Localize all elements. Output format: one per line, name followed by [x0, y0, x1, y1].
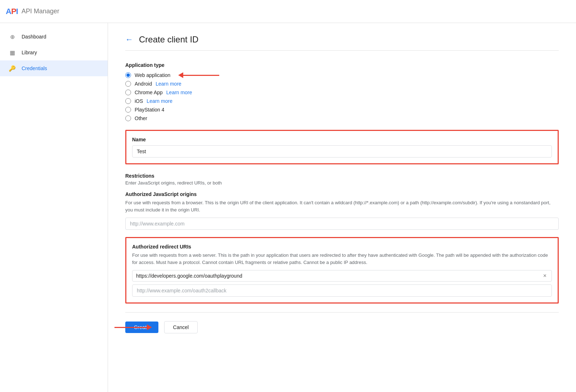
app-name: API Manager — [22, 8, 59, 15]
name-field-label: Name — [132, 137, 552, 142]
arrow-line — [183, 75, 219, 76]
restrictions-section: Restrictions Enter JavaScript origins, r… — [125, 173, 559, 304]
application-type-section: Application type Web application — [125, 62, 559, 121]
js-origins-input[interactable] — [125, 218, 559, 230]
application-type-radio-group: Web application Android Learn more — [125, 72, 559, 121]
sidebar-label-library: Library — [22, 50, 37, 55]
back-arrow-icon: ← — [125, 35, 133, 44]
chrome-learn-more-link[interactable]: Learn more — [166, 90, 192, 95]
js-origins-title: Authorized JavaScript origins — [125, 191, 559, 197]
radio-chrome[interactable] — [125, 90, 131, 95]
arrow-head-create — [147, 324, 152, 330]
arrow-line-create — [114, 327, 147, 328]
radio-ios[interactable] — [125, 98, 131, 104]
create-arrow-annotation — [114, 324, 152, 330]
arrow-head — [178, 72, 183, 78]
main-content: ← Create client ID Application type Web … — [108, 23, 576, 392]
name-highlight-box: Name — [125, 130, 559, 164]
radio-item-ios[interactable]: iOS Learn more — [125, 98, 559, 104]
js-origins-subsection: Authorized JavaScript origins For use wi… — [125, 191, 559, 230]
restrictions-subtitle: Enter JavaScript origins, redirect URIs,… — [125, 180, 559, 186]
credentials-icon: 🔑 — [9, 65, 16, 72]
page-header: ← Create client ID — [125, 35, 559, 51]
page-title: Create client ID — [139, 35, 198, 45]
radio-item-ps4[interactable]: PlayStation 4 — [125, 107, 559, 113]
redirect-uris-highlight-box: Authorized redirect URIs For use with re… — [125, 237, 559, 304]
radio-item-android[interactable]: Android Learn more — [125, 81, 559, 87]
name-input[interactable] — [132, 145, 552, 158]
redirect-uri-input[interactable] — [132, 284, 552, 297]
radio-other[interactable] — [125, 115, 131, 121]
radio-label-ps4[interactable]: PlayStation 4 — [135, 107, 165, 113]
radio-label-web[interactable]: Web application — [135, 72, 170, 78]
radio-label-other[interactable]: Other — [135, 115, 147, 121]
js-origins-desc: For use with requests from a browser. Th… — [125, 199, 559, 213]
application-type-label: Application type — [125, 62, 559, 68]
header: API API Manager — [0, 0, 576, 23]
back-button[interactable]: ← — [125, 35, 133, 44]
sidebar-label-dashboard: Dashboard — [22, 34, 46, 40]
sidebar: ⊕ Dashboard ▦ Library 🔑 Credentials — [0, 23, 108, 392]
radio-item-chrome[interactable]: Chrome App Learn more — [125, 90, 559, 95]
main-layout: ⊕ Dashboard ▦ Library 🔑 Credentials ← Cr… — [0, 23, 576, 392]
radio-item-web[interactable]: Web application — [125, 72, 559, 78]
android-learn-more-link[interactable]: Learn more — [156, 81, 181, 87]
dashboard-icon: ⊕ — [9, 33, 16, 40]
api-logo-text: API — [6, 7, 18, 16]
sidebar-item-credentials[interactable]: 🔑 Credentials — [0, 60, 108, 76]
radio-item-other[interactable]: Other — [125, 115, 559, 121]
web-app-arrow — [178, 72, 219, 78]
redirect-uris-desc: For use with requests from a web server.… — [132, 252, 552, 266]
restrictions-title: Restrictions — [125, 173, 559, 179]
cancel-button[interactable]: Cancel — [164, 321, 198, 333]
redirect-uri-value: https://developers.google.com/oauthplayg… — [136, 273, 542, 279]
ios-learn-more-link[interactable]: Learn more — [147, 98, 172, 104]
redirect-uris-title: Authorized redirect URIs — [132, 244, 552, 250]
radio-android[interactable] — [125, 81, 131, 87]
radio-label-ios[interactable]: iOS — [135, 98, 143, 104]
sidebar-item-library[interactable]: ▦ Library — [0, 45, 108, 60]
radio-label-android[interactable]: Android — [135, 81, 152, 87]
redirect-uri-chip: https://developers.google.com/oauthplayg… — [132, 270, 552, 282]
app-logo: API API Manager — [6, 7, 59, 16]
radio-ps4[interactable] — [125, 107, 131, 113]
library-icon: ▦ — [9, 49, 16, 56]
radio-web[interactable] — [125, 72, 131, 78]
sidebar-item-dashboard[interactable]: ⊕ Dashboard — [0, 29, 108, 45]
sidebar-label-credentials: Credentials — [22, 65, 47, 71]
radio-label-chrome[interactable]: Chrome App — [135, 90, 163, 95]
action-area: Create Cancel — [125, 312, 559, 342]
redirect-uri-close-icon[interactable]: × — [542, 273, 548, 279]
